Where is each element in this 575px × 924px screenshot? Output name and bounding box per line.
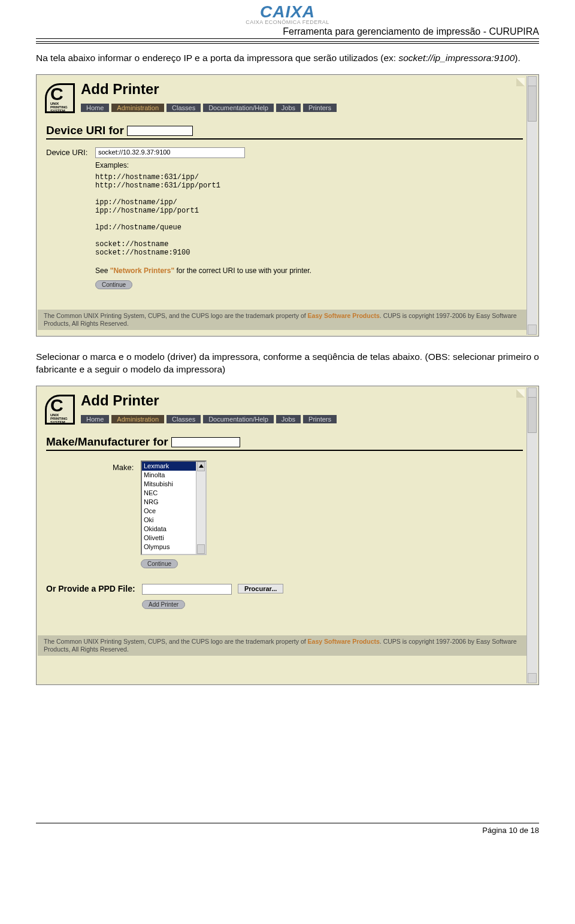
nav-documentation[interactable]: Documentation/Help: [203, 104, 274, 112]
caixa-logo: CAIXA CAIXA ECONÔMICA FEDERAL: [36, 4, 539, 25]
cups-logo: C UNIX PRINTING SYSTEM: [45, 395, 75, 425]
see-network-printers: See "Network Printers" for the correct U…: [95, 266, 311, 275]
make-label: Make:: [113, 463, 134, 472]
screenshot-make-manufacturer: C UNIX PRINTING SYSTEM Add Printer Home …: [36, 386, 539, 685]
ppd-file-label: Or Provide a PPD File:: [46, 584, 135, 593]
cups-footer: The Common UNIX Printing System, CUPS, a…: [38, 310, 526, 330]
page-footer: Página 10 de 18: [36, 823, 539, 835]
paragraph-1-b: ).: [515, 53, 520, 63]
cups-nav: Home Administration Classes Documentatio…: [81, 104, 337, 112]
easy-software-link[interactable]: Easy Software Products: [308, 312, 380, 319]
add-printer-button[interactable]: Add Printer: [142, 600, 185, 609]
document-title: Ferramenta para gerenciamento de impress…: [36, 26, 539, 39]
nav-jobs[interactable]: Jobs: [276, 104, 301, 112]
scrollbar[interactable]: [526, 387, 537, 683]
redacted-printer-name: [127, 126, 193, 136]
caixa-logo-text: CAIXA: [260, 4, 315, 20]
cups-footer: The Common UNIX Printing System, CUPS, a…: [38, 635, 526, 656]
document-title-text: Ferramenta para gerenciamento de impress…: [283, 26, 539, 37]
nav-printers[interactable]: Printers: [303, 104, 337, 112]
cups-logo-text: UNIX PRINTING SYSTEM: [50, 102, 74, 113]
paragraph-1-a: Na tela abaixo informar o endereço IP e …: [36, 53, 398, 63]
scrollbar[interactable]: [526, 76, 537, 335]
nav-classes[interactable]: Classes: [167, 415, 201, 423]
cups-page-title: Add Printer: [81, 81, 159, 98]
paragraph-2: Selecionar o marca e o modelo (driver) d…: [0, 343, 575, 382]
nav-administration[interactable]: Administration: [111, 415, 164, 423]
examples-label: Examples:: [95, 161, 129, 169]
page-curl-icon: [516, 389, 525, 398]
nav-home[interactable]: Home: [81, 104, 109, 112]
page-header: CAIXA CAIXA ECONÔMICA FEDERAL Ferramenta…: [0, 0, 575, 44]
make-listbox[interactable]: Lexmark Minolta Mitsubishi NEC NRG Oce O…: [141, 461, 207, 555]
easy-software-link[interactable]: Easy Software Products: [308, 638, 380, 645]
section-heading-device-uri: Device URI for: [46, 124, 193, 137]
ppd-file-input[interactable]: [142, 584, 232, 595]
nav-documentation[interactable]: Documentation/Help: [203, 415, 274, 423]
listbox-scrollbar[interactable]: [196, 462, 205, 554]
examples-list: http://hostname:631/ipp/ http://hostname…: [95, 173, 220, 257]
browse-button[interactable]: Procurar...: [238, 584, 283, 593]
nav-jobs[interactable]: Jobs: [276, 415, 301, 423]
paragraph-1: Na tela abaixo informar o endereço IP e …: [0, 44, 575, 71]
continue-button[interactable]: Continue: [95, 280, 132, 289]
paragraph-1-italic: socket://ip_impressora:9100: [398, 53, 515, 63]
nav-home[interactable]: Home: [81, 415, 109, 423]
cups-logo-text: UNIX PRINTING SYSTEM: [50, 413, 74, 424]
page-curl-icon: [516, 78, 525, 86]
caixa-logo-subtitle: CAIXA ECONÔMICA FEDERAL: [36, 19, 539, 25]
device-uri-label: Device URI:: [46, 148, 87, 157]
redacted-printer-name: [171, 437, 240, 447]
screenshot-device-uri: C UNIX PRINTING SYSTEM Add Printer Home …: [36, 74, 539, 337]
section-heading-make: Make/Manufacturer for: [46, 435, 240, 449]
network-printers-link[interactable]: "Network Printers": [110, 266, 174, 275]
scroll-down-icon[interactable]: [199, 548, 204, 552]
nav-classes[interactable]: Classes: [167, 104, 201, 112]
device-uri-input[interactable]: socket://10.32.9.37:9100: [95, 147, 245, 158]
continue-button[interactable]: Continue: [141, 559, 178, 568]
cups-page-title: Add Printer: [81, 392, 159, 409]
cups-nav: Home Administration Classes Documentatio…: [81, 415, 337, 423]
cups-logo: C UNIX PRINTING SYSTEM: [45, 83, 75, 113]
page-number: Página 10 de 18: [482, 826, 539, 835]
scroll-up-icon[interactable]: [199, 464, 204, 468]
nav-printers[interactable]: Printers: [303, 415, 337, 423]
nav-administration[interactable]: Administration: [111, 104, 164, 112]
